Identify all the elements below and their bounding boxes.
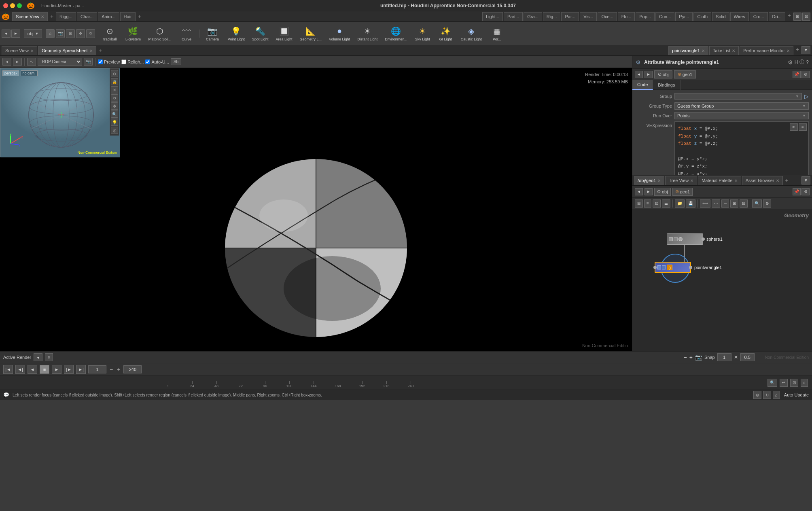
tab-vis[interactable]: Vis... xyxy=(580,12,597,21)
attr-gear-icon[interactable]: ⚙ xyxy=(788,59,793,66)
vp-select-tool[interactable]: ↖ xyxy=(27,58,36,66)
goto-start-btn[interactable]: |◄ xyxy=(3,365,13,374)
tool-trackball[interactable]: ⊙ trackball xyxy=(99,23,121,44)
tool-por[interactable]: ▦ Por... xyxy=(486,23,508,44)
vp-right-icon[interactable]: ► xyxy=(13,58,22,66)
active-render-close[interactable]: ✕ xyxy=(45,353,53,361)
tab-asset-browser[interactable]: Asset Browser ✕ xyxy=(742,176,783,185)
camera-icon-small[interactable]: 📷 xyxy=(56,29,65,38)
net-save-btn[interactable]: 💾 xyxy=(686,199,695,208)
rop-camera-select[interactable]: ROP Camera xyxy=(38,58,82,66)
panel-menu-button[interactable]: ▼ xyxy=(801,46,810,54)
tab-geometry-spreadsheet[interactable]: Geometry Spreadsheet ✕ xyxy=(38,46,96,55)
network-canvas[interactable]: Geometry sphere1 xyxy=(632,209,812,351)
timeline-fit[interactable]: ⊡ xyxy=(790,379,798,387)
tab-scene-view2[interactable]: Scene View ✕ xyxy=(2,46,37,55)
tab-tree-view[interactable]: Tree View ✕ xyxy=(665,176,697,185)
net-nav-forward[interactable]: ► xyxy=(645,188,653,195)
plus-btn[interactable]: + xyxy=(689,354,693,360)
net-pin-btn[interactable]: ▼ xyxy=(801,176,810,184)
net-dash-btn[interactable]: - - xyxy=(712,199,720,208)
tool-environment[interactable]: 🌐 Environmen... xyxy=(382,23,411,44)
obj-selector[interactable]: obj▼ xyxy=(24,29,42,38)
tab-add-right[interactable]: + xyxy=(786,12,793,21)
maximize-button[interactable] xyxy=(17,3,22,8)
tab-close-icon[interactable]: ✕ xyxy=(41,15,44,19)
nav-forward-button[interactable]: ► xyxy=(11,30,20,38)
attr-view-btn[interactable]: ⊙ xyxy=(801,71,810,78)
net-flow-btn[interactable]: ⊡ xyxy=(653,199,661,208)
light-btn[interactable]: 💡 xyxy=(111,119,118,126)
tab-scene-view[interactable]: Scene View ✕ xyxy=(12,12,48,21)
pan-btn[interactable]: ✥ xyxy=(111,102,118,110)
tab-flu[interactable]: Flu... xyxy=(618,12,635,21)
tab-dri[interactable]: Dri... xyxy=(769,12,785,21)
net-connect-btn[interactable]: ─ xyxy=(721,199,729,208)
tab-pop[interactable]: Pop... xyxy=(636,12,655,21)
run-over-dropdown[interactable]: Points ▼ xyxy=(674,112,809,119)
vp-camera-snap[interactable]: 📷 xyxy=(84,58,93,66)
tab-part[interactable]: Part... xyxy=(504,12,523,21)
attr-geo-selector[interactable]: ⊛ geo1 xyxy=(674,70,696,78)
net-folder-btn[interactable]: 📁 xyxy=(675,199,685,208)
tab-pointwrangle1[interactable]: pointwrangle1 ✕ xyxy=(668,46,708,55)
tab-close-scene[interactable]: ✕ xyxy=(30,49,34,53)
net-grid-btn[interactable]: ⊞ xyxy=(635,199,643,208)
tool-distant-light[interactable]: ☀ Distant Light xyxy=(354,23,381,44)
play-back-btn[interactable]: ◄ xyxy=(28,365,37,374)
tab-pyr[interactable]: Pyr... xyxy=(675,12,693,21)
no-cam-btn[interactable]: no cam. xyxy=(21,70,38,76)
attr-pin-btn[interactable]: 📌 xyxy=(793,71,801,78)
tab-performance-monitor[interactable]: Performance Monitor ✕ xyxy=(740,46,793,55)
attr-nav-forward[interactable]: ► xyxy=(645,71,653,78)
net-obj-selector[interactable]: ⊙ obj xyxy=(654,188,671,196)
timeline-ruler[interactable]: 1 24 48 72 96 120 144 168 192 216 240 🔍 … xyxy=(0,375,812,390)
code-expand-btn[interactable]: ⊞ xyxy=(790,123,798,131)
tab-close-pw[interactable]: ✕ xyxy=(702,49,705,53)
tab-wires[interactable]: Wires xyxy=(730,12,749,21)
zoom-btn[interactable]: 🔍 xyxy=(111,110,118,118)
status-refresh-btn[interactable]: ↻ xyxy=(763,391,771,399)
goto-end-btn[interactable]: ►| xyxy=(76,365,86,374)
tab-cloth[interactable]: Cloth xyxy=(693,12,711,21)
tool-area-light[interactable]: 🔲 Area Light xyxy=(273,23,296,44)
status-settings-btn[interactable]: ⊙ xyxy=(753,391,761,399)
net-align-btn[interactable]: ⟻ xyxy=(700,199,710,208)
group-type-dropdown[interactable]: Guess from Group ▼ xyxy=(674,102,809,110)
tool-sky-light[interactable]: ☀ Sky Light xyxy=(411,23,434,44)
vp-left-icon[interactable]: ◄ xyxy=(2,58,11,66)
tab-hair[interactable]: Hair xyxy=(120,12,136,21)
tool-point-light[interactable]: 💡 Point Light xyxy=(224,23,248,44)
tab-close-geo1[interactable]: ✕ xyxy=(657,178,661,183)
net-zoom-in[interactable]: 🔍 xyxy=(752,199,762,208)
tab-par[interactable]: Par... xyxy=(561,12,579,21)
tool-spot-light[interactable]: 🔦 Spot Light xyxy=(249,23,272,44)
close-view-btn[interactable]: ✕ xyxy=(111,86,118,93)
group-input[interactable]: ▼ xyxy=(674,93,802,100)
attr-info-icon[interactable]: ⓘ xyxy=(799,59,804,66)
tab-add-network[interactable]: + xyxy=(784,177,790,184)
tool-platonic-solid[interactable]: ⬡ Platonic Soli... xyxy=(145,23,174,44)
net-zoom-out[interactable]: ⊖ xyxy=(763,199,771,208)
tool-camera[interactable]: 📷 Camera xyxy=(201,23,223,44)
play-fwd-btn[interactable]: ► xyxy=(52,365,61,374)
net-table2-btn[interactable]: ⊟ xyxy=(740,199,748,208)
tab-char[interactable]: Char... xyxy=(77,12,97,21)
nav-back-button[interactable]: ◄ xyxy=(2,30,11,38)
auto-u-checkbox[interactable]: Auto-U... xyxy=(145,59,169,64)
move-icon[interactable]: ✥ xyxy=(76,29,85,38)
tab-cro[interactable]: Cro... xyxy=(750,12,768,21)
tab-take-list[interactable]: Take List ✕ xyxy=(709,46,739,55)
node-sphere1[interactable]: sphere1 xyxy=(667,233,723,245)
tab-close-ab[interactable]: ✕ xyxy=(776,178,779,183)
select-icon[interactable]: ⊞ xyxy=(66,29,75,38)
net-geo-selector[interactable]: ⊛ geo1 xyxy=(672,188,693,196)
stop-btn[interactable]: ■ xyxy=(40,365,49,374)
tool-caustic-light[interactable]: ◈ Caustic Light xyxy=(458,23,485,44)
attr-nav-back[interactable]: ◄ xyxy=(635,71,643,78)
tool-volume-light[interactable]: ● Volume Light xyxy=(326,23,353,44)
tab-con[interactable]: Con... xyxy=(655,12,674,21)
frame-input[interactable] xyxy=(88,365,106,373)
frame-end-input[interactable] xyxy=(123,365,142,373)
tool-curve[interactable]: 〰 Curve xyxy=(175,23,197,44)
